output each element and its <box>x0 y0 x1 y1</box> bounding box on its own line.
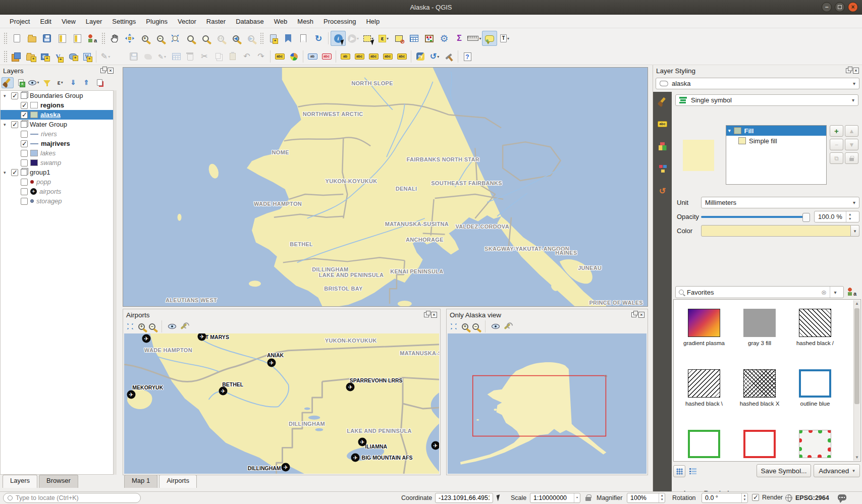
crs-status[interactable]: EPSG:2964 <box>795 494 829 501</box>
toolbar-grip[interactable] <box>4 50 8 63</box>
locate-box[interactable] <box>3 493 141 503</box>
layer-diagram-button[interactable] <box>287 50 301 63</box>
zoom-in-icon[interactable]: + <box>138 323 145 330</box>
tab-airports[interactable]: Airports <box>159 475 197 488</box>
expander-icon[interactable]: ▾ <box>4 170 9 175</box>
layer-tree-item[interactable]: storagep <box>1 196 113 206</box>
messages-icon[interactable] <box>838 494 846 500</box>
symbol-item[interactable]: hashed black \ <box>678 369 730 407</box>
select-by-expression-button[interactable]: ε▾ <box>376 31 391 46</box>
zoom-to-layer-button[interactable] <box>198 31 213 46</box>
symbol-item[interactable]: outline blue <box>789 369 841 407</box>
new-map-view-button[interactable] <box>265 31 281 46</box>
layer-tree-item[interactable]: popp <box>1 177 113 187</box>
layer-checkbox[interactable] <box>21 150 28 157</box>
minimize-button[interactable]: − <box>822 2 832 12</box>
rotation-input[interactable] <box>702 494 741 501</box>
new-print-layout-button[interactable] <box>55 31 70 46</box>
coordinate-input[interactable] <box>436 494 493 501</box>
map-tips-button[interactable] <box>482 31 497 46</box>
zoom-to-selection-button[interactable] <box>183 31 198 46</box>
overview-map-canvas[interactable] <box>448 333 646 474</box>
group-label[interactable]: group1 <box>30 169 50 176</box>
plugin-tool-button[interactable] <box>442 50 456 63</box>
menu-layer[interactable]: Layer <box>81 16 107 27</box>
symbol-child-row[interactable]: Simple fill <box>726 136 826 146</box>
styling-layer-select[interactable]: alaska ▾ <box>656 78 859 89</box>
run-feature-action-button[interactable]: ▶▾ <box>346 31 361 46</box>
toolbar-grip[interactable] <box>4 32 8 44</box>
maximize-button[interactable] <box>835 2 845 12</box>
symbol-item[interactable]: gradient plasma <box>678 309 730 347</box>
tab-browser[interactable]: Browser <box>39 475 78 488</box>
view-settings-icon[interactable] <box>492 324 500 329</box>
digitize-button[interactable] <box>141 50 155 63</box>
close-panel-icon[interactable]: × <box>853 68 859 74</box>
layer-label[interactable]: regions <box>40 101 64 109</box>
advanced-button[interactable]: Advanced ▾ <box>814 464 860 477</box>
mouse-position-icon[interactable] <box>497 494 502 501</box>
layer-checkbox[interactable] <box>21 159 28 166</box>
save-project-button[interactable] <box>39 31 55 46</box>
color-dropdown[interactable]: ▾ <box>851 225 859 237</box>
color-button[interactable] <box>701 225 851 237</box>
menu-plugins[interactable]: Plugins <box>141 16 172 27</box>
layer-checkbox[interactable] <box>11 92 18 99</box>
unit-select[interactable]: Millimeters ▾ <box>701 197 859 208</box>
main-map-canvas[interactable]: NORTH SLOPENORTHWEST ARCTICNOMEFAIRBANKS… <box>123 67 648 307</box>
menu-web[interactable]: Web <box>270 16 292 27</box>
icon-view-toggle[interactable] <box>673 465 685 477</box>
pan-map-button[interactable] <box>107 31 122 46</box>
layer-checkbox[interactable] <box>11 121 18 128</box>
filter-by-expression-button[interactable]: ε▾ <box>54 77 66 88</box>
tab-layers[interactable]: Layers <box>3 475 37 488</box>
close-button[interactable]: × <box>848 2 858 12</box>
statistics-button[interactable]: Σ <box>452 31 467 46</box>
move-label-button[interactable]: abc <box>352 50 366 63</box>
symbol-item[interactable]: outline red <box>733 430 786 462</box>
airports-map-canvas[interactable]: WADE HAMPTONYUKON-KOYUKUKMATANUSKA-SUSDI… <box>124 333 439 474</box>
symbol-item[interactable]: hashed black / <box>789 309 841 347</box>
magnifier-input[interactable] <box>627 494 659 501</box>
add-spatialite-layer-button[interactable] <box>66 50 80 63</box>
view-settings-icon[interactable] <box>168 324 176 329</box>
symbol-item[interactable]: outline xpattern <box>789 430 841 462</box>
style-manager-icon[interactable] <box>847 288 856 296</box>
delete-selected-button[interactable] <box>183 50 197 63</box>
panel-settings-icon[interactable] <box>180 323 187 329</box>
layer-label[interactable]: lakes <box>40 149 56 157</box>
render-checkbox[interactable] <box>752 494 759 501</box>
symbology-tab[interactable] <box>655 95 670 109</box>
float-panel-icon[interactable] <box>424 312 429 317</box>
expand-all-button[interactable]: ⇓ <box>67 77 79 88</box>
zoom-out-button[interactable]: − <box>152 31 168 46</box>
render-option[interactable]: Render <box>752 494 783 501</box>
menu-edit[interactable]: Edit <box>35 16 56 27</box>
title-bar[interactable]: Alaska - QGIS − × <box>0 0 862 15</box>
move-up-button[interactable]: ▲ <box>845 125 858 137</box>
float-panel-icon[interactable] <box>100 68 105 73</box>
layer-checkbox[interactable] <box>21 102 28 109</box>
layer-checkbox[interactable] <box>21 140 28 147</box>
expander-icon[interactable]: ▾ <box>728 128 731 133</box>
layer-label[interactable]: swamp <box>40 159 61 166</box>
layer-tree-group[interactable]: ▾ group1 <box>1 167 113 177</box>
layer-checkbox[interactable] <box>21 198 28 205</box>
list-view-toggle[interactable] <box>687 465 699 477</box>
chevron-down-icon[interactable]: ▾ <box>830 287 840 298</box>
scale-input[interactable] <box>530 494 574 501</box>
layer-tree-item[interactable]: rivers <box>1 129 113 139</box>
scale-lock-icon[interactable] <box>585 497 591 501</box>
menu-view[interactable]: View <box>57 16 80 27</box>
manage-map-themes-button[interactable]: ▾ <box>28 77 40 88</box>
lock-layer-button[interactable] <box>845 152 858 164</box>
redo-button[interactable]: ↷ <box>254 50 268 63</box>
close-panel-icon[interactable]: × <box>431 312 437 318</box>
float-panel-icon[interactable] <box>846 68 851 73</box>
layer-checkbox[interactable] <box>21 188 28 195</box>
options-button[interactable]: ⚙ <box>437 31 452 46</box>
undo-button[interactable]: ↶ <box>240 50 254 63</box>
layer-label[interactable]: storagep <box>36 197 62 205</box>
save-symbol-button[interactable]: Save Symbol... <box>757 464 811 477</box>
expander-icon[interactable]: ▾ <box>4 122 9 127</box>
